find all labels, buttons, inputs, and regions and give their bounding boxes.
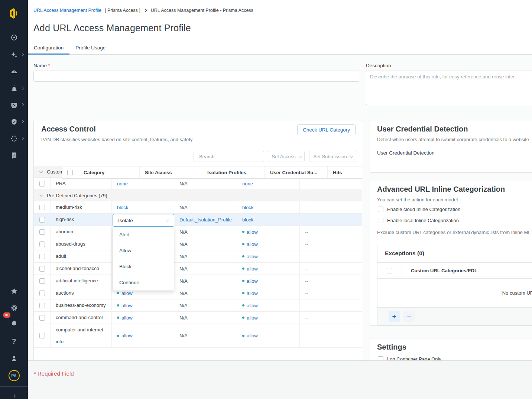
user-credential-value[interactable]: allow — [247, 241, 258, 247]
add-exception-button[interactable]: + — [389, 311, 400, 322]
site-access-value[interactable]: allow — [121, 315, 133, 321]
sidebar-item-overview[interactable] — [0, 29, 28, 46]
sidebar-expand-button[interactable] — [0, 388, 28, 399]
user-credential-value[interactable]: allow — [247, 315, 258, 321]
dropdown-option-allow[interactable]: Allow — [113, 243, 174, 259]
sidebar-item-user[interactable] — [0, 350, 28, 367]
category-cell: abortion — [51, 226, 112, 238]
enable-cloud-checkbox[interactable] — [378, 207, 383, 212]
sidebar-item-help[interactable]: ? — [0, 333, 28, 350]
isolation-value: N/A — [179, 278, 188, 284]
access-control-subtitle: PAN-DB classifies websites based on site… — [41, 137, 194, 142]
column-header-1[interactable]: Site Access — [140, 166, 202, 178]
sidebar-item-incidents[interactable] — [0, 80, 28, 97]
exceptions-select-all-checkbox[interactable] — [387, 268, 392, 273]
group-label: Pre-Defined Categories (79) — [47, 193, 107, 198]
sidebar-item-notifications[interactable]: 9+ — [0, 315, 28, 332]
category-cell: auctions — [51, 287, 112, 299]
star-icon — [10, 288, 18, 295]
row-checkbox[interactable] — [39, 181, 45, 186]
user-credential-value[interactable]: allow — [247, 303, 258, 308]
user-credential-value[interactable]: allow — [247, 333, 258, 338]
search-input[interactable] — [198, 154, 265, 159]
row-checkbox[interactable] — [39, 278, 45, 284]
sidebar-item-reports[interactable] — [0, 147, 28, 163]
column-header-2[interactable]: Isolation Profiles — [202, 166, 265, 178]
table-row: computer-and-internet-infoallowN/Aallow-… — [34, 324, 362, 348]
site-access-value[interactable]: none — [117, 181, 128, 186]
sidebar-item-operations[interactable] — [0, 97, 28, 113]
row-checkbox[interactable] — [39, 205, 45, 210]
user-credential-value[interactable]: allow — [247, 278, 258, 284]
sidebar-item-account[interactable]: PA — [0, 367, 28, 384]
tab-configuration[interactable]: Configuration — [28, 42, 69, 55]
sidebar-item-favorites[interactable] — [0, 283, 28, 299]
row-checkbox[interactable] — [39, 333, 45, 338]
table-row: auctionsallowN/Aallow-- — [34, 287, 362, 299]
site-access-value[interactable]: allow — [121, 291, 133, 296]
isolation-cell: N/A — [174, 287, 237, 299]
user-credential-card: User Credential Detection Detect when us… — [370, 120, 532, 173]
category-cell: PRA — [51, 178, 112, 189]
site-access-value[interactable]: block — [117, 205, 128, 210]
set-submission-button[interactable]: Set Submission — [309, 151, 356, 162]
user-credential-value[interactable]: allow — [247, 291, 258, 296]
isolation-cell: N/A — [174, 201, 237, 213]
site-access-value[interactable]: allow — [121, 303, 133, 308]
column-header-4[interactable]: Hits — [328, 166, 362, 178]
user-credential-value[interactable]: block — [242, 205, 253, 210]
set-access-button[interactable]: Set Access — [268, 151, 305, 162]
row-checkbox[interactable] — [39, 229, 45, 235]
description-input[interactable] — [366, 71, 532, 105]
allow-status-dot — [242, 317, 244, 319]
site-access-cell: none — [112, 178, 174, 189]
row-select-cell — [34, 238, 51, 250]
user-credential-value[interactable]: allow — [247, 266, 258, 272]
sidebar-item-security[interactable] — [0, 114, 28, 130]
remove-exception-button[interactable]: − — [403, 311, 415, 322]
row-checkbox[interactable] — [39, 241, 45, 247]
user-credential-title: User Credential Detection — [377, 125, 468, 133]
dropdown-option-alert[interactable]: Alert — [113, 227, 174, 243]
row-checkbox[interactable] — [39, 254, 45, 259]
check-url-category-button[interactable]: Check URL Category — [297, 124, 356, 135]
dropdown-option-continue[interactable]: Continue — [113, 275, 174, 291]
row-checkbox[interactable] — [39, 291, 45, 296]
sidebar-item-workflows[interactable] — [0, 130, 28, 147]
category-search[interactable] — [194, 151, 264, 162]
category-cell: command-and-control — [51, 312, 112, 324]
site-access-select[interactable]: Isolate — [113, 214, 174, 227]
user-credential-value[interactable]: allow — [247, 229, 258, 235]
required-field-note: * Required Field — [34, 370, 74, 377]
row-checkbox[interactable] — [39, 303, 45, 308]
category-cell: high-risk — [51, 214, 112, 226]
row-checkbox[interactable] — [39, 217, 45, 223]
hits-cell: -- — [300, 275, 362, 287]
user-credential-value[interactable]: allow — [247, 254, 258, 259]
prisma-access-logo-icon[interactable] — [7, 6, 21, 21]
tab-profile-usage[interactable]: Profile Usage — [69, 42, 111, 55]
user-credential-value[interactable]: block — [242, 217, 253, 223]
user-credential-value[interactable]: none — [242, 181, 253, 186]
select-all-checkbox[interactable] — [67, 170, 73, 175]
notification-badge: 9+ — [3, 312, 10, 318]
breadcrumb-link[interactable]: URL Access Management Profile — [33, 8, 101, 13]
enable-local-checkbox[interactable] — [378, 218, 383, 223]
row-checkbox[interactable] — [39, 315, 45, 321]
site-access-value[interactable]: allow — [121, 333, 133, 338]
allow-status-dot — [242, 280, 244, 282]
site-access-cell: block — [112, 201, 174, 213]
column-header-0[interactable]: Category — [78, 166, 140, 178]
advanced-subtitle: You can set the action for each model — [377, 197, 532, 202]
shield-check-icon — [10, 118, 18, 126]
isolation-profile-link[interactable]: Default_Isolation_Profile — [179, 217, 232, 223]
site-access-dropdown: AlertAllowBlockContinue — [113, 227, 174, 291]
sidebar-item-dashboards[interactable] — [0, 63, 28, 80]
name-input[interactable] — [33, 71, 359, 82]
sidebar-item-insights[interactable] — [0, 46, 28, 63]
group-row[interactable]: Pre-Defined Categories (79) — [34, 190, 362, 201]
dropdown-option-block[interactable]: Block — [113, 259, 174, 275]
table-row: command-and-controlallowN/Aallow-- — [34, 312, 362, 324]
column-header-3[interactable]: User Credential Su... — [265, 166, 328, 178]
row-checkbox[interactable] — [39, 266, 45, 272]
